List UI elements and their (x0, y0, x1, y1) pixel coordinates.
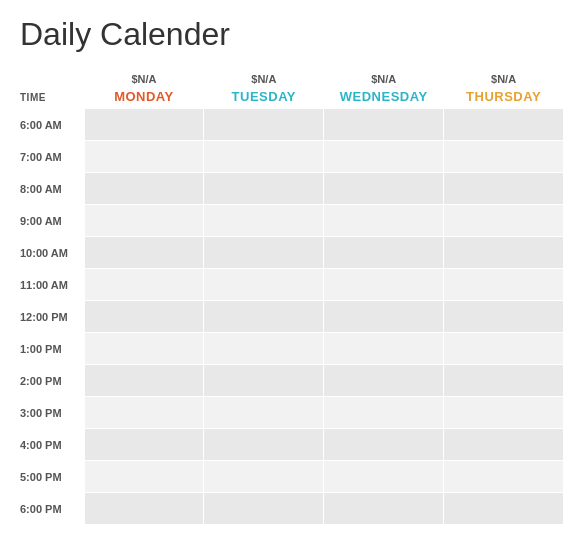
wednesday-cell-1[interactable] (324, 141, 444, 173)
page-title: Daily Calender (16, 16, 564, 53)
monday-cell-3[interactable] (84, 205, 204, 237)
time-cell: 5:00 PM (16, 461, 84, 493)
tuesday-cell-10[interactable] (204, 429, 324, 461)
tuesday-cell-11[interactable] (204, 461, 324, 493)
time-cell: 1:00 PM (16, 333, 84, 365)
tuesday-cell-4[interactable] (204, 237, 324, 269)
calendar-row: 10:00 AM (16, 237, 564, 269)
wednesday-cell-2[interactable] (324, 173, 444, 205)
monday-na: $N/A (84, 71, 204, 87)
thursday-cell-11[interactable] (444, 461, 564, 493)
calendar-row: 5:00 PM (16, 461, 564, 493)
wednesday-cell-8[interactable] (324, 365, 444, 397)
wednesday-na: $N/A (324, 71, 444, 87)
thursday-cell-7[interactable] (444, 333, 564, 365)
tuesday-header: TUESDAY (204, 87, 324, 109)
calendar-row: 9:00 AM (16, 205, 564, 237)
tuesday-cell-2[interactable] (204, 173, 324, 205)
monday-cell-9[interactable] (84, 397, 204, 429)
calendar-row: 8:00 AM (16, 173, 564, 205)
tuesday-cell-7[interactable] (204, 333, 324, 365)
wednesday-cell-4[interactable] (324, 237, 444, 269)
time-cell: 9:00 AM (16, 205, 84, 237)
tuesday-cell-0[interactable] (204, 109, 324, 141)
calendar-row: 1:00 PM (16, 333, 564, 365)
time-cell: 4:00 PM (16, 429, 84, 461)
thursday-cell-9[interactable] (444, 397, 564, 429)
tuesday-cell-6[interactable] (204, 301, 324, 333)
monday-cell-6[interactable] (84, 301, 204, 333)
wednesday-header: WEDNESDAY (324, 87, 444, 109)
wednesday-cell-3[interactable] (324, 205, 444, 237)
wednesday-cell-6[interactable] (324, 301, 444, 333)
wednesday-cell-9[interactable] (324, 397, 444, 429)
time-cell: 3:00 PM (16, 397, 84, 429)
thursday-cell-3[interactable] (444, 205, 564, 237)
thursday-cell-5[interactable] (444, 269, 564, 301)
wednesday-cell-0[interactable] (324, 109, 444, 141)
header-na-row: $N/A $N/A $N/A $N/A (16, 71, 564, 87)
page-container: Daily Calender $N/A $N/A $N/A $N/A TIME … (0, 0, 580, 550)
thursday-cell-0[interactable] (444, 109, 564, 141)
header-day-row: TIME MONDAY TUESDAY WEDNESDAY THURSDAY (16, 87, 564, 109)
monday-cell-4[interactable] (84, 237, 204, 269)
thursday-cell-8[interactable] (444, 365, 564, 397)
monday-cell-2[interactable] (84, 173, 204, 205)
time-cell: 12:00 PM (16, 301, 84, 333)
monday-header: MONDAY (84, 87, 204, 109)
thursday-cell-2[interactable] (444, 173, 564, 205)
tuesday-cell-5[interactable] (204, 269, 324, 301)
wednesday-cell-12[interactable] (324, 493, 444, 525)
wednesday-cell-5[interactable] (324, 269, 444, 301)
tuesday-cell-12[interactable] (204, 493, 324, 525)
thursday-cell-6[interactable] (444, 301, 564, 333)
monday-cell-8[interactable] (84, 365, 204, 397)
monday-cell-5[interactable] (84, 269, 204, 301)
monday-cell-10[interactable] (84, 429, 204, 461)
wednesday-cell-10[interactable] (324, 429, 444, 461)
time-cell: 8:00 AM (16, 173, 84, 205)
monday-cell-1[interactable] (84, 141, 204, 173)
calendar-row: 3:00 PM (16, 397, 564, 429)
time-cell: 6:00 PM (16, 493, 84, 525)
thursday-cell-12[interactable] (444, 493, 564, 525)
thursday-na: $N/A (444, 71, 564, 87)
calendar-table: $N/A $N/A $N/A $N/A TIME MONDAY TUESDAY … (16, 71, 564, 525)
monday-cell-0[interactable] (84, 109, 204, 141)
tuesday-cell-8[interactable] (204, 365, 324, 397)
wednesday-cell-11[interactable] (324, 461, 444, 493)
tuesday-cell-1[interactable] (204, 141, 324, 173)
monday-cell-7[interactable] (84, 333, 204, 365)
monday-cell-12[interactable] (84, 493, 204, 525)
thursday-cell-10[interactable] (444, 429, 564, 461)
time-cell: 7:00 AM (16, 141, 84, 173)
calendar-row: 7:00 AM (16, 141, 564, 173)
wednesday-cell-7[interactable] (324, 333, 444, 365)
time-cell: 2:00 PM (16, 365, 84, 397)
calendar-row: 6:00 PM (16, 493, 564, 525)
calendar-row: 2:00 PM (16, 365, 564, 397)
monday-cell-11[interactable] (84, 461, 204, 493)
thursday-header: THURSDAY (444, 87, 564, 109)
calendar-row: 6:00 AM (16, 109, 564, 141)
tuesday-cell-9[interactable] (204, 397, 324, 429)
time-cell: 10:00 AM (16, 237, 84, 269)
time-cell: 6:00 AM (16, 109, 84, 141)
calendar-row: 11:00 AM (16, 269, 564, 301)
time-column-label: TIME (16, 87, 84, 109)
thursday-cell-1[interactable] (444, 141, 564, 173)
tuesday-cell-3[interactable] (204, 205, 324, 237)
time-cell: 11:00 AM (16, 269, 84, 301)
calendar-row: 12:00 PM (16, 301, 564, 333)
calendar-row: 4:00 PM (16, 429, 564, 461)
thursday-cell-4[interactable] (444, 237, 564, 269)
tuesday-na: $N/A (204, 71, 324, 87)
